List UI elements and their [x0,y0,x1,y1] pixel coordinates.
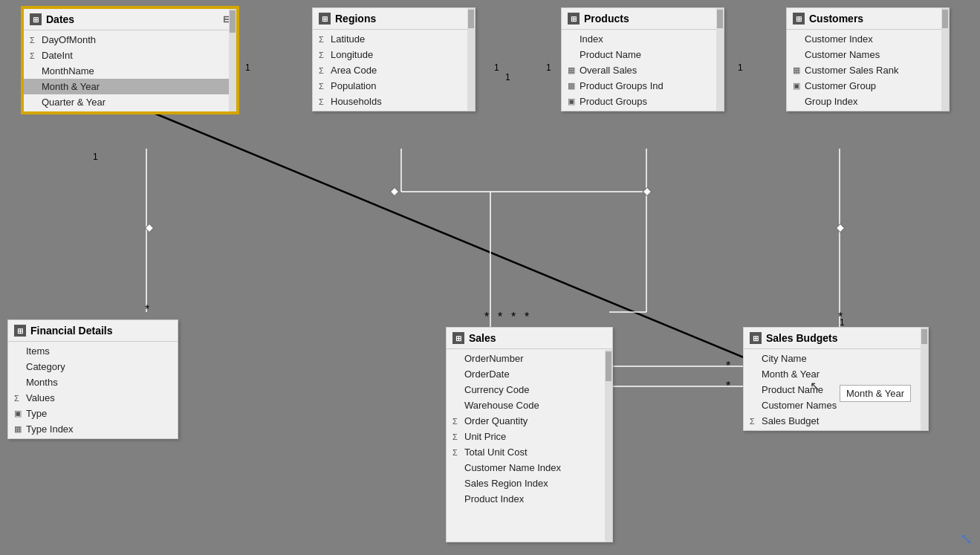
table-row[interactable]: ▦ Product Groups Ind [562,78,724,94]
table-row[interactable]: Months [8,374,178,390]
svg-text:1: 1 [93,152,98,162]
field-label: Households [331,96,382,107]
table-row[interactable]: Σ Households [313,94,475,109]
table-row[interactable]: Σ Sales Budget [744,413,928,429]
products-table-header: ⊞ Products [562,8,724,30]
table-row[interactable]: Index [562,31,724,47]
table-row[interactable]: Month & Year [744,366,928,382]
sigma-icon: Σ [14,394,19,403]
svg-text:1: 1 [505,72,510,82]
field-label: Customer Name Index [464,462,561,473]
table-row[interactable]: Product Name [562,47,724,62]
financial-details-table[interactable]: ⊞ Financial Details Items Category Month… [7,319,178,439]
svg-text:1: 1 [546,62,551,73]
table-icon: ⊞ [14,325,26,337]
table-row[interactable]: ▣ Product Groups [562,94,724,109]
field-label: Customer Group [805,80,876,91]
table-row[interactable]: Currency Code [447,382,612,397]
field-label: Items [26,345,50,357]
regions-table[interactable]: ⊞ Regions Σ Latitude Σ Longitude Σ Area … [312,7,476,111]
grid-icon: ▣ [568,97,575,106]
table-row[interactable]: Category [8,359,178,374]
navigation-arrows: ⤡ [960,530,973,548]
table-row[interactable]: ▦ Overall Sales [562,62,724,78]
customers-table-header: ⊞ Customers [787,8,949,30]
table-row[interactable]: Items [8,343,178,359]
table-row[interactable]: Customer Names [744,397,928,413]
field-label: Product Groups [580,96,647,107]
svg-text:*: * [838,311,843,323]
products-table-title: Products [584,13,629,25]
scrollbar[interactable] [605,350,612,542]
table-row[interactable]: Group Index [787,94,949,109]
grid-icon: ▦ [568,65,575,75]
field-label: Product Name [762,384,823,395]
field-label: Month & Year [762,369,820,380]
dates-table-header: ⊞ Dates ⊟ [24,9,236,30]
field-label: Type Index [26,423,74,435]
table-row[interactable]: ▦ Type Index [8,421,178,437]
table-row[interactable]: OrderDate [447,366,612,382]
svg-text:*: * [145,303,149,316]
field-label: OrderNumber [464,353,523,364]
customers-table[interactable]: ⊞ Customers Customer Index Customer Name… [786,7,950,111]
sales-budgets-table[interactable]: ⊞ Sales Budgets City Name Month & Year P… [743,327,929,431]
scrollbar[interactable] [716,8,724,111]
scrollbar[interactable] [941,8,949,111]
grid-icon: ▦ [14,424,22,434]
table-row[interactable]: Σ Population [313,78,475,94]
dates-table[interactable]: ⊞ Dates ⊟ Σ DayOfMonth Σ DateInt MonthNa… [22,7,238,113]
field-label: Customer Names [805,49,880,60]
svg-text:*: * [498,311,502,323]
table-row[interactable]: ▦ Customer Sales Rank [787,62,949,78]
table-row[interactable]: Customer Names [787,47,949,62]
sigma-icon: Σ [452,417,458,426]
svg-text:*: * [726,380,730,392]
table-row[interactable]: ▣ Customer Group [787,78,949,94]
table-row[interactable]: ▣ Type [8,406,178,421]
table-row[interactable]: Σ Latitude [313,31,475,47]
products-table-body: Index Product Name ▦ Overall Sales ▦ Pro… [562,30,724,111]
az-icon: ▣ [14,409,22,418]
table-row-highlighted[interactable]: Month & Year [24,79,236,94]
table-row[interactable]: City Name [744,351,928,366]
svg-text:*: * [726,360,730,372]
az-icon: ▣ [793,81,800,91]
svg-text:*: * [484,311,489,323]
field-label: Type [26,408,47,419]
table-row[interactable]: Product Index [447,491,612,507]
table-row[interactable]: Quarter & Year [24,94,236,110]
table-row[interactable]: Σ Total Unit Cost [447,444,612,460]
products-table[interactable]: ⊞ Products Index Product Name ▦ Overall … [561,7,724,111]
table-row[interactable]: OrderNumber [447,351,612,366]
table-row[interactable]: Sales Region Index [447,476,612,491]
table-row[interactable]: Customer Name Index [447,460,612,476]
table-row[interactable]: Σ DateInt [24,48,236,63]
table-icon: ⊞ [793,13,805,25]
table-row[interactable]: Σ DayOfMonth [24,32,236,48]
table-row[interactable]: Customer Index [787,31,949,47]
grid-icon: ▦ [793,65,800,75]
table-row[interactable]: Product Name [744,382,928,397]
scrollbar[interactable] [229,9,236,111]
field-label: Order Quantity [464,415,528,426]
field-label: Currency Code [464,384,529,395]
table-row[interactable]: Σ Unit Price [447,429,612,444]
table-row[interactable]: Σ Longitude [313,47,475,62]
table-row[interactable]: Σ Area Code [313,62,475,78]
svg-rect-28 [643,187,651,195]
svg-rect-29 [836,224,844,232]
table-row[interactable]: Warehouse Code [447,397,612,413]
field-label: Longitude [331,49,373,60]
scrollbar[interactable] [921,328,928,430]
table-row[interactable]: MonthName [24,63,236,79]
sales-table[interactable]: ⊞ Sales OrderNumber OrderDate Currency C… [446,327,613,542]
svg-text:1: 1 [738,62,743,73]
scrollbar[interactable] [467,8,475,111]
regions-table-body: Σ Latitude Σ Longitude Σ Area Code Σ Pop… [313,30,475,111]
sales-budgets-table-body: City Name Month & Year Product Name Cust… [744,349,928,430]
sales-table-header: ⊞ Sales [447,328,612,349]
table-row[interactable]: Σ Values [8,390,178,406]
field-label: Index [580,33,603,45]
table-row[interactable]: Σ Order Quantity [447,413,612,429]
